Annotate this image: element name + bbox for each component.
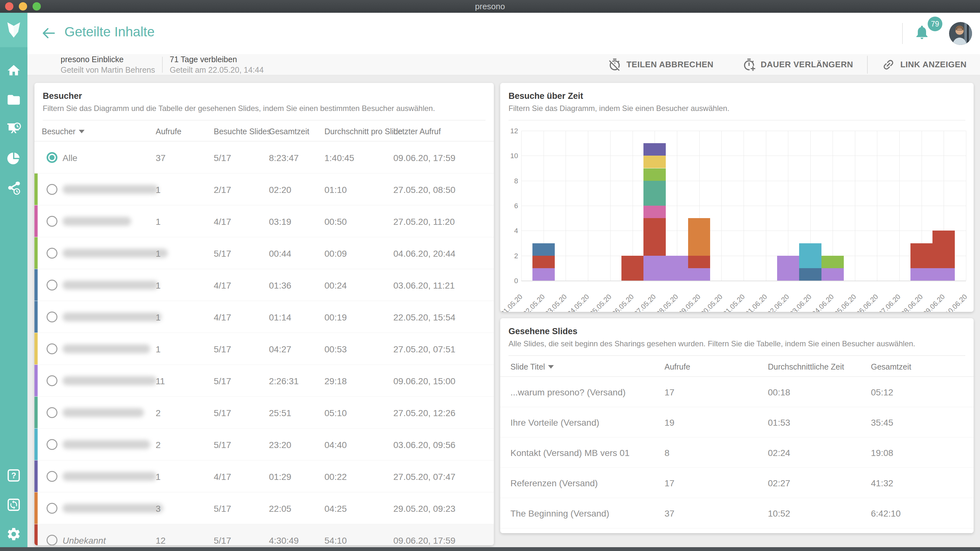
visitor-cell: 27.05.20, 07:51 [393, 345, 455, 354]
close-window-icon[interactable] [5, 2, 13, 11]
link-icon [879, 55, 898, 74]
bar-segment-lavender[interactable] [666, 256, 688, 281]
extend-duration-button[interactable]: DAUER VERLÄNGERN [739, 54, 856, 76]
bar-segment-red[interactable] [621, 256, 644, 281]
bar-segment-red[interactable] [932, 230, 955, 268]
visitor-row[interactable]: 14/1701:3600:2403.06.20, 11:21 [35, 269, 494, 301]
visitor-row[interactable]: 14/1703:1900:5027.05.20, 11:20 [35, 205, 494, 237]
column-header-slide-aufrufe[interactable]: Aufrufe [665, 362, 690, 372]
visitor-radio[interactable] [46, 375, 57, 386]
visitor-row[interactable]: 14/1701:2900:2227.05.20, 07:47 [35, 460, 494, 492]
visitor-name-blurred [62, 313, 161, 321]
visitor-row[interactable]: 12/1702:2001:1027.05.20, 08:50 [35, 173, 494, 205]
bar-segment-lavender[interactable] [643, 256, 666, 281]
visitor-radio[interactable] [46, 216, 57, 227]
slide-title-link[interactable]: The Beginning (Versand) [511, 508, 609, 519]
visitor-radio[interactable] [46, 407, 57, 418]
visitor-cell: 1 [156, 217, 161, 227]
visitor-row[interactable]: 15/1700:4400:0904.06.20, 20:44 [35, 237, 494, 269]
visitor-name-blurred [62, 440, 150, 449]
visitor-radio[interactable] [46, 279, 57, 291]
sidebar-item-shares[interactable] [6, 180, 22, 196]
visitor-radio[interactable] [46, 535, 57, 545]
visitor-radio[interactable] [46, 311, 57, 322]
bar-segment-cyan[interactable] [799, 243, 821, 268]
bar-segment-green[interactable] [643, 168, 666, 181]
presono-logo[interactable] [0, 13, 27, 47]
visitor-row[interactable]: 115/172:26:3129:1809.06.20, 15:00 [35, 365, 494, 397]
sidebar-item-folder[interactable] [6, 92, 22, 108]
header-divider [902, 23, 903, 44]
bar-segment-red[interactable] [688, 256, 710, 268]
bar-segment-red[interactable] [643, 218, 666, 256]
show-link-button[interactable]: LINK ANZEIGEN [878, 54, 970, 76]
visitor-cell: 04:27 [269, 345, 291, 354]
column-header-besuchte-slides[interactable]: Besuchte Slides [214, 127, 271, 136]
bar-segment-lavender[interactable] [533, 268, 555, 281]
bar-segment-lavender[interactable] [932, 268, 955, 281]
visitor-row[interactable]: 35/1722:0504:2529.05.20, 09:23 [35, 492, 494, 524]
bar-segment-lavender[interactable] [910, 268, 933, 281]
visitor-row[interactable]: 14/1701:1400:1922.05.20, 15:54 [35, 301, 494, 333]
cancel-share-button[interactable]: TEILEN ABBRECHEN [605, 54, 717, 76]
bar-segment-lavender[interactable] [688, 268, 710, 281]
visitor-row[interactable]: 25/1723:2004:4003.06.20, 09:56 [35, 429, 494, 460]
bar-segment-pink[interactable] [643, 206, 666, 218]
sidebar-item-presentations[interactable] [6, 121, 22, 137]
visitor-radio[interactable] [46, 343, 57, 354]
column-header-letzter-aufruf[interactable]: Letzter Aufruf [393, 127, 441, 136]
bar-segment-steelblue[interactable] [533, 243, 555, 256]
bar-segment-red[interactable] [533, 256, 555, 268]
bar-segment-darksteel[interactable] [799, 268, 821, 281]
maximize-window-icon[interactable] [33, 2, 41, 11]
visitor-cell: 00:50 [325, 217, 347, 227]
column-header-slide-gesamtzeit[interactable]: Gesamtzeit [871, 362, 911, 372]
slide-title-link[interactable]: ...warum presono? (Versand) [511, 387, 625, 398]
bar-segment-red[interactable] [910, 243, 933, 268]
bar-segment-lavender[interactable] [821, 268, 844, 281]
column-header-aufrufe[interactable]: Aufrufe [156, 127, 181, 136]
visitor-radio[interactable] [46, 471, 57, 482]
user-avatar[interactable] [949, 22, 972, 45]
slide-title-link[interactable]: Ihre Vorteile (Versand) [511, 418, 600, 428]
visitors-table-header: Besucher Aufrufe Besuchte Slides Gesamtz… [35, 121, 494, 141]
y-axis-tick-label: 6 [505, 202, 518, 210]
visitor-radio[interactable] [46, 439, 57, 450]
column-header-slide-titel[interactable]: Slide Titel [511, 362, 554, 372]
visitor-radio-selected[interactable] [46, 152, 57, 163]
visitor-row[interactable]: Unbekannt125/174:30:4954:1009.06.20, 17:… [35, 524, 494, 545]
column-header-durchschnittliche-zeit[interactable]: Durchschnittliche Zeit [768, 362, 844, 372]
bar-segment-darkpurple[interactable] [643, 143, 666, 156]
sidebar-item-home[interactable] [6, 62, 22, 78]
visitor-cell: 09.06.20, 17:59 [393, 153, 455, 163]
back-button[interactable] [41, 25, 56, 41]
slide-title-link[interactable]: Referenzen (Versand) [511, 478, 598, 489]
visitor-row[interactable]: 15/1704:2700:5327.05.20, 07:51 [35, 333, 494, 365]
visitor-radio[interactable] [46, 248, 57, 259]
sidebar-item-help[interactable]: ? [6, 467, 22, 483]
column-header-besucher[interactable]: Besucher [42, 127, 84, 136]
bar-segment-green[interactable] [821, 256, 844, 268]
visitors-table-body: Alle375/178:23:471:40:4509.06.20, 17:591… [35, 141, 494, 545]
visitor-radio[interactable] [46, 503, 57, 514]
visitor-row[interactable]: 25/1725:5105:1027.05.20, 12:26 [35, 397, 494, 429]
bar-segment-lavender[interactable] [777, 256, 799, 281]
sidebar-item-analytics[interactable] [6, 151, 22, 167]
sidebar-item-settings[interactable] [6, 526, 22, 542]
gear-icon [6, 526, 21, 542]
visitor-color-stripe [35, 269, 38, 301]
bar-segment-yellow[interactable] [643, 156, 666, 168]
visitor-cell: 4:30:49 [269, 536, 299, 545]
visitor-row[interactable]: Alle375/178:23:471:40:4509.06.20, 17:59 [35, 141, 494, 173]
column-header-gesamtzeit[interactable]: Gesamtzeit [269, 127, 309, 136]
slide-title-link[interactable]: Kontakt (Versand) MB vers 01 [511, 448, 630, 458]
visitor-cell: 12 [156, 536, 165, 545]
column-header-durchschnitt[interactable]: Durchschnitt pro Slide [325, 127, 402, 136]
sidebar-item-sync[interactable] [6, 497, 22, 513]
minimize-window-icon[interactable] [19, 2, 27, 11]
visitor-radio[interactable] [46, 184, 57, 195]
bar-segment-orange[interactable] [688, 218, 710, 256]
visitor-cell: 27.05.20, 11:20 [393, 217, 455, 227]
bar-segment-teal[interactable] [643, 181, 666, 206]
visitor-cell: 5/17 [214, 408, 231, 418]
